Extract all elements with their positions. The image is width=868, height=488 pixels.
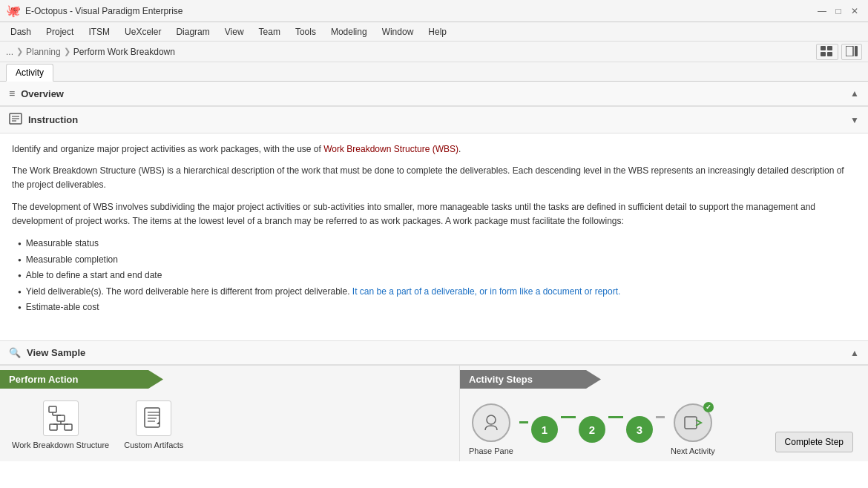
bullet-5: Estimate-able cost [18, 300, 856, 316]
menu-team[interactable]: Team [251, 24, 288, 39]
maximize-button[interactable]: □ [831, 4, 846, 19]
search-icon: 🔍 [9, 347, 21, 358]
action-artifacts[interactable]: Custom Artifacts [124, 400, 183, 449]
step-1[interactable]: 1 [531, 416, 558, 443]
menu-bar: Dash Project ITSM UeXceler Diagram View … [0, 22, 868, 42]
svg-rect-0 [821, 46, 826, 50]
connector-2 [561, 416, 576, 418]
breadcrumb-nav-btn-2[interactable] [841, 44, 862, 60]
svg-point-24 [487, 415, 496, 424]
overview-toggle[interactable]: ▲ [850, 88, 859, 99]
instruction-content: Identify and organize major project acti… [0, 133, 868, 341]
complete-step-button[interactable]: Complete Step [775, 432, 853, 452]
svg-rect-4 [846, 46, 853, 56]
menu-itsm[interactable]: ITSM [81, 24, 117, 39]
perform-action-panel: Perform Action [0, 366, 460, 461]
panel-icon [846, 46, 858, 56]
steps-row: Phase Pane 1 2 [469, 398, 715, 461]
phase-pane-icon[interactable] [472, 403, 510, 442]
breadcrumb-planning[interactable]: Planning [26, 47, 61, 57]
instruction-toggle[interactable]: ▼ [850, 115, 859, 125]
wbs-label: Work Breakdown Structure [12, 441, 109, 449]
bullet-4: Yield deliverable(s). The word deliverab… [18, 284, 856, 300]
instruction-icon [9, 113, 22, 127]
breadcrumb-nav-btn-1[interactable] [816, 44, 838, 60]
perform-action-icons: Work Breakdown Structure [0, 392, 459, 458]
menu-diagram[interactable]: Diagram [168, 24, 217, 39]
menu-view[interactable]: View [217, 24, 251, 39]
grid-icon [821, 46, 834, 56]
breadcrumb-bar: ... ❯ Planning ❯ Perform Work Breakdown [0, 42, 868, 62]
svg-rect-10 [49, 406, 56, 412]
instruction-section-header[interactable]: Instruction ▼ [0, 106, 868, 133]
action-wbs[interactable]: Work Breakdown Structure [12, 400, 109, 449]
svg-rect-25 [685, 417, 697, 429]
tab-bar: Activity [0, 62, 868, 82]
breadcrumb-arrow-2: ❯ [64, 47, 70, 56]
connector-3 [608, 416, 623, 418]
perform-action-header: Perform Action [0, 370, 163, 389]
next-activity-icon[interactable]: ✓ [674, 403, 712, 442]
main-content: ≡ Overview ▲ Instruction ▼ Identify and … [0, 82, 868, 488]
breadcrumb-current: Perform Work Breakdown [73, 47, 175, 57]
breadcrumb-ellipsis[interactable]: ... [6, 47, 13, 57]
instruction-para3: The development of WBS involves subdivid… [12, 200, 856, 228]
bullet-2: Measurable completion [18, 252, 856, 268]
next-activity-label: Next Activity [671, 446, 715, 455]
overview-title: Overview [21, 88, 64, 99]
instruction-para1: Identify and organize major project acti… [12, 142, 856, 156]
minimize-button[interactable]: — [815, 4, 829, 19]
view-sample-toggle[interactable]: ▲ [850, 348, 859, 358]
menu-dash[interactable]: Dash [3, 24, 39, 39]
svg-rect-19 [145, 408, 160, 427]
svg-rect-16 [65, 424, 72, 430]
overview-section-header[interactable]: ≡ Overview ▲ [0, 82, 868, 106]
breadcrumb: ... ❯ Planning ❯ Perform Work Breakdown [6, 47, 175, 57]
instruction-para2: The Work Breakdown Structure (WBS) is a … [12, 164, 856, 192]
svg-rect-13 [57, 415, 65, 421]
step-3-circle: 3 [626, 416, 653, 443]
wbs-icon [47, 405, 74, 432]
connector-1 [519, 421, 528, 423]
view-sample-bar[interactable]: 🔍 View Sample ▲ [0, 341, 868, 365]
tab-activity[interactable]: Activity [6, 64, 53, 82]
complete-step-area: Complete Step [775, 432, 859, 461]
artifacts-label: Custom Artifacts [124, 441, 183, 449]
activity-steps-panel: Activity Steps Phase Pane [460, 366, 868, 461]
menu-project[interactable]: Project [39, 24, 81, 39]
step-next-activity: ✓ Next Activity [671, 403, 715, 455]
bullet-3: Able to define a start and end date [18, 268, 856, 284]
svg-rect-3 [827, 52, 832, 56]
close-button[interactable]: ✕ [847, 4, 862, 19]
app-icon: 🐙 [6, 4, 21, 18]
svg-rect-1 [827, 46, 832, 50]
menu-lines-icon: ≡ [9, 88, 15, 99]
step-3[interactable]: 3 [626, 416, 653, 443]
step-1-circle: 1 [531, 416, 558, 443]
step-phase-pane: Phase Pane [469, 403, 513, 455]
instruction-title: Instruction [28, 114, 78, 125]
app-title: E-Octopus - Visual Paradigm Enterprise [25, 6, 183, 16]
connector-4 [656, 416, 665, 418]
svg-rect-2 [821, 52, 826, 56]
menu-uexceler[interactable]: UeXceler [117, 24, 168, 39]
artifacts-icon-box [136, 400, 171, 436]
menu-modeling[interactable]: Modeling [323, 24, 375, 39]
step-2[interactable]: 2 [579, 416, 605, 443]
activity-steps-header: Activity Steps [460, 370, 601, 389]
menu-tools[interactable]: Tools [288, 24, 323, 39]
view-sample-label: View Sample [27, 347, 85, 358]
phase-pane-label: Phase Pane [469, 446, 513, 455]
bottom-section: Perform Action [0, 365, 868, 461]
bullet-1: Measurable status [18, 236, 856, 252]
artifacts-icon [140, 405, 167, 432]
breadcrumb-arrow-1: ❯ [16, 47, 23, 56]
wbs-icon-box [43, 400, 79, 436]
menu-help[interactable]: Help [421, 24, 454, 39]
instruction-bullets: Measurable status Measurable completion … [12, 236, 856, 316]
svg-rect-15 [50, 424, 57, 430]
svg-rect-5 [855, 46, 858, 56]
menu-window[interactable]: Window [375, 24, 421, 39]
steps-and-complete: Phase Pane 1 2 [460, 392, 868, 467]
title-bar: 🐙 E-Octopus - Visual Paradigm Enterprise… [0, 0, 868, 22]
